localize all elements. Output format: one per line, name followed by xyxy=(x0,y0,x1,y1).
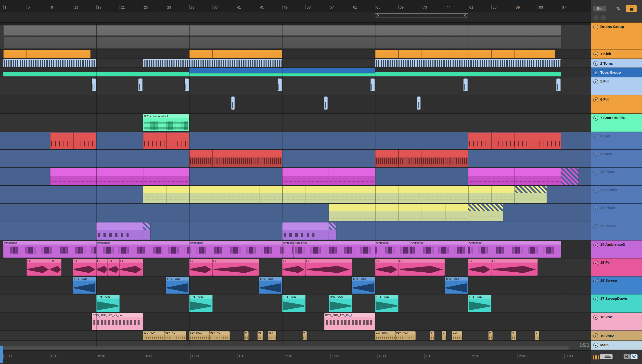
group-icon[interactable]: ≡ xyxy=(593,24,598,30)
fold-icon[interactable]: ▾ xyxy=(593,116,598,121)
clip[interactable]: Fx xyxy=(73,259,96,276)
clip[interactable]: Fx xyxy=(189,259,212,276)
clip[interactable]: Fx xyxy=(305,259,352,276)
fold-icon[interactable]: ▾ xyxy=(593,333,598,338)
track-lane-15-fx[interactable]: FxFxFxFxFxFxFxFxFxFxFxFxFxFx xyxy=(0,258,591,276)
track-header-16-sweep[interactable]: ▾16 Sweep xyxy=(591,276,642,294)
clip[interactable]: TPS - Oas xyxy=(166,277,189,294)
clip[interactable]: TPS - Oas xyxy=(96,295,119,312)
clip[interactable] xyxy=(375,50,555,58)
clip[interactable] xyxy=(143,186,514,203)
track-header-19-vox2[interactable]: ▾19 Vox2 xyxy=(591,331,642,341)
clip[interactable]: Fx xyxy=(491,259,538,276)
track-lane-18-vox1[interactable]: BOS_JRE_120_Kit_LoBOS_JRE_120_Kit_Lo xyxy=(0,313,591,331)
track-lane-2-toms[interactable] xyxy=(0,59,591,68)
track-lane-19-vox2[interactable]: 91V_NUX91V_NU91V_NUX91V_NU99191V991V_NUX… xyxy=(0,331,591,341)
fold-icon[interactable]: ▾ xyxy=(593,278,598,284)
clip[interactable]: Ambience xyxy=(375,241,410,258)
track-lane-10-piano[interactable] xyxy=(0,168,591,186)
fold-icon[interactable]: ▾ xyxy=(593,152,598,156)
clip[interactable]: Fx xyxy=(282,259,305,276)
clip[interactable]: TPS - Oas xyxy=(468,295,491,312)
zoom-level[interactable]: 1.00x xyxy=(600,354,612,359)
set-button[interactable]: Set xyxy=(593,6,606,11)
clip[interactable] xyxy=(557,79,561,91)
clip[interactable] xyxy=(3,59,96,67)
track-lane-17-sweepdown[interactable]: TPS - OasTPS - OasTPS - OasTPS - OasTPS … xyxy=(0,294,591,313)
clip[interactable]: 9 xyxy=(535,331,539,340)
track-header-2-toms[interactable]: ▸2 Toms xyxy=(591,59,642,68)
clip[interactable]: TPS - Oas xyxy=(352,277,375,294)
h-button[interactable]: H xyxy=(623,354,629,359)
clip[interactable] xyxy=(143,132,189,149)
track-header-14-ambience2[interactable]: ▾14 Ambience2 xyxy=(591,240,642,258)
clip[interactable]: 9 xyxy=(302,331,307,340)
track-lane-8-sub[interactable] xyxy=(0,132,591,150)
clip[interactable]: 91V_NUX xyxy=(395,331,416,340)
clip[interactable]: 91V xyxy=(267,331,276,340)
clip[interactable] xyxy=(50,168,189,185)
clip[interactable] xyxy=(3,26,561,36)
group-icon[interactable]: ≡ xyxy=(593,70,598,75)
clip[interactable] xyxy=(468,168,561,185)
clip[interactable]: Fx xyxy=(212,259,259,276)
track-header-11-plucks[interactable]: ▾11 Plucks xyxy=(591,186,642,204)
track-header-15-fx[interactable]: ▾15 Fx xyxy=(591,258,642,276)
clip[interactable] xyxy=(375,59,561,67)
clip[interactable] xyxy=(417,96,421,110)
clip[interactable] xyxy=(514,186,546,203)
clip[interactable]: TPS - Oas xyxy=(259,277,282,294)
track-lane-12-pluck[interactable] xyxy=(0,204,591,222)
fold-icon[interactable]: ▾ xyxy=(593,97,598,102)
clip[interactable]: Fx xyxy=(119,259,143,276)
clip[interactable] xyxy=(185,79,189,91)
clip[interactable]: TPS - Oas xyxy=(282,295,305,312)
track-header-7-snarebuildu[interactable]: ▾7 SnareBuildU xyxy=(591,114,642,132)
track-lane-13-resse[interactable] xyxy=(0,222,591,240)
clip[interactable] xyxy=(3,50,90,58)
play-icon[interactable]: ▸ xyxy=(593,52,598,56)
fold-icon[interactable]: ▾ xyxy=(593,261,598,266)
clip[interactable] xyxy=(375,150,468,167)
track-header-17-sweepdown[interactable]: ▾17 SweepDown xyxy=(591,294,642,313)
clip[interactable]: 9 xyxy=(488,331,493,340)
clip[interactable]: 9 xyxy=(244,331,249,340)
track-header-6-fill[interactable]: ▾6 Fill xyxy=(591,95,642,114)
track-header-1-kick[interactable]: ▸1 Kick xyxy=(591,50,642,59)
fold-icon[interactable]: ▾ xyxy=(593,188,598,192)
horizontal-scrollbar[interactable] xyxy=(1,346,569,350)
clip[interactable]: BOS_JRE_120_Kit_Lo xyxy=(324,313,375,330)
track-header-9-bass[interactable]: ▾9 Bass xyxy=(591,150,642,168)
nav-forward-button[interactable]: → xyxy=(600,15,606,20)
clip[interactable]: Ambience xyxy=(294,241,375,258)
track-lane-drums-group[interactable] xyxy=(0,22,591,50)
track-lane-14-ambience2[interactable]: AmbienceAmbienceAmbienceAmbienceAmbience… xyxy=(0,240,591,258)
clip[interactable]: TPS - Oas xyxy=(329,295,352,312)
track-header-10-piano[interactable]: ▾10 Piano xyxy=(591,168,642,186)
clip[interactable] xyxy=(329,222,336,240)
clip[interactable] xyxy=(143,222,150,240)
clip[interactable]: TPS - Oas xyxy=(189,295,212,312)
track-lane-5-fill[interactable] xyxy=(0,78,591,95)
clip[interactable]: Ambience xyxy=(410,241,468,258)
track-header-18-vox1[interactable]: ▾18 Vox1 xyxy=(591,313,642,331)
clip[interactable] xyxy=(468,204,503,221)
track-header-drums-group[interactable]: ≡Drums Group xyxy=(591,22,642,50)
clip[interactable]: 91V xyxy=(452,331,462,340)
clip[interactable]: BOS_JRE_120_Kit_Lo xyxy=(92,313,143,330)
clip[interactable]: TPS - Oas xyxy=(445,277,468,294)
time-ruler[interactable]: 0:000:150:300:451:001:151:301:452:002:15… xyxy=(0,350,591,364)
clip[interactable]: Fx xyxy=(468,259,491,276)
clip[interactable]: TPS - Oas xyxy=(375,295,398,312)
clip[interactable]: 91V_NU xyxy=(165,331,186,340)
clip[interactable]: 91V_NU xyxy=(209,331,230,340)
track-header-5-fill[interactable]: ▾5 Fill xyxy=(591,78,642,95)
track-lane-9-bass[interactable] xyxy=(0,150,591,168)
play-icon[interactable]: ▸ xyxy=(593,343,598,348)
fold-icon[interactable]: ▾ xyxy=(593,79,598,84)
track-header-8-sub[interactable]: ▾8 Sub xyxy=(591,132,642,150)
track-lane-11-plucks[interactable] xyxy=(0,186,591,204)
clip[interactable] xyxy=(282,222,329,240)
loop-brace[interactable] xyxy=(375,14,468,18)
lock-button[interactable] xyxy=(626,5,636,12)
